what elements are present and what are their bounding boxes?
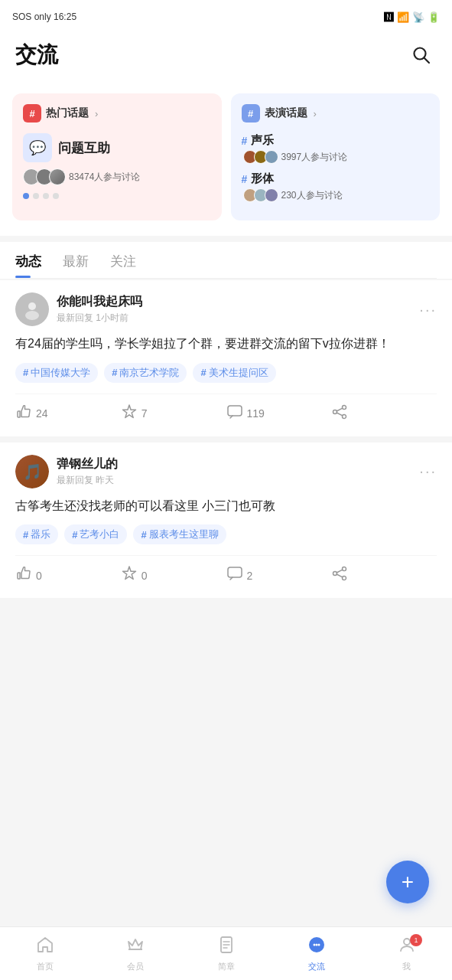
chat-svg	[307, 936, 326, 954]
hash-icon: #	[72, 529, 77, 541]
post-2-more-btn[interactable]: ···	[419, 462, 437, 480]
post-2-tag-3[interactable]: # 服表考生这里聊	[133, 524, 226, 544]
hot-count: 83474人参与讨论	[69, 171, 140, 184]
perf-topic-card[interactable]: # 表演话题 › # 声乐 3997人参与讨论	[231, 93, 441, 220]
page-header: 交流	[0, 31, 452, 81]
svg-point-7	[333, 410, 337, 413]
doc-icon	[217, 936, 236, 959]
perf-sa-3	[265, 150, 278, 164]
post-1-share-btn[interactable]	[331, 403, 437, 424]
post2-tag-2-label: 艺考小白	[80, 528, 119, 541]
post-2-header: 🎵 弹钢丝儿的 最新回复 昨天 ···	[15, 455, 437, 488]
post-card-2: 🎵 弹钢丝儿的 最新回复 昨天 ··· 古筝考生还没找老师的可以看这里 小三门也…	[0, 443, 452, 599]
nav-me[interactable]: 1 我	[362, 927, 452, 980]
perf-item-1[interactable]: # 声乐 3997人参与讨论	[242, 133, 430, 164]
post-2-username: 弹钢丝儿的	[57, 456, 118, 472]
page-title: 交流	[15, 41, 58, 70]
post-2-share-btn[interactable]	[331, 565, 437, 586]
tag-3-label: 美术生提问区	[209, 366, 268, 380]
like-icon	[15, 403, 32, 424]
tab-zuixin[interactable]: 最新	[63, 242, 89, 278]
hot-avatars-row: 83474人参与讨论	[23, 168, 211, 185]
chat-icon	[307, 936, 326, 959]
post-1-star-btn[interactable]: 7	[121, 403, 226, 424]
perf-item-2[interactable]: # 形体 230人参与讨论	[242, 172, 430, 202]
perf-item-1-name: # 声乐	[242, 133, 430, 148]
hash-icon: #	[23, 367, 28, 378]
star-icon-2	[121, 565, 138, 586]
crown-svg	[126, 936, 145, 954]
post-1-tag-3[interactable]: # 美术生提问区	[193, 363, 275, 383]
tab-dongtai-label: 动态	[15, 254, 41, 269]
chat-bubble-icon	[226, 403, 243, 420]
svg-point-3	[25, 311, 39, 320]
nfc-icon: 🅽	[384, 11, 394, 23]
post-1-star-count: 7	[141, 407, 148, 420]
status-right: 🅽 📶 📡 🔋	[384, 11, 440, 23]
post-2-star-count: 0	[141, 570, 148, 582]
topic-section: # 热门话题 › 💬 问题互助 83474人参与讨论	[0, 81, 452, 236]
svg-point-2	[28, 302, 36, 310]
dot-1	[23, 193, 29, 199]
nav-jiaoliu[interactable]: 交流	[272, 927, 362, 980]
nav-me-badge-wrapper: 1	[398, 936, 416, 959]
avatar-person-icon	[21, 299, 43, 320]
post-2-like-btn[interactable]: 0	[15, 565, 121, 586]
star-icon	[121, 403, 138, 424]
post-1-more-btn[interactable]: ···	[419, 301, 437, 318]
tab-dongtai[interactable]: 动态	[15, 242, 41, 278]
post-2-tag-2[interactable]: # 艺考小白	[64, 524, 127, 544]
perf-card-header: # 表演话题 ›	[242, 104, 430, 122]
post-2-avatar-img: 🎵	[15, 455, 49, 488]
post-1-meta: 最新回复 1小时前	[57, 312, 142, 325]
perf-count-2: 230人参与讨论	[281, 189, 343, 202]
post-1-tag-1[interactable]: # 中国传媒大学	[15, 363, 98, 383]
post-2-actions: 0 0 2	[15, 555, 437, 586]
fab-button[interactable]: +	[386, 861, 429, 903]
post-2-comment-btn[interactable]: 2	[226, 565, 332, 586]
hot-tag-icon: #	[23, 104, 41, 122]
hash-icon: #	[141, 529, 146, 541]
post-2-star-btn[interactable]: 0	[121, 565, 226, 586]
post-1-avatar	[15, 292, 49, 326]
post-2-user: 🎵 弹钢丝儿的 最新回复 昨天	[15, 455, 118, 488]
perf-hash: #	[248, 108, 253, 119]
post-1-like-count: 24	[36, 407, 48, 420]
share-icon-svg-2	[331, 565, 348, 582]
perf-sa-6	[265, 188, 278, 202]
hot-main-name: 问题互助	[58, 139, 110, 157]
perf-small-avatars-1	[243, 150, 278, 164]
tag-2-label: 南京艺术学院	[119, 366, 179, 380]
perf-small-avatars-2	[243, 188, 278, 202]
share-icon-svg	[331, 403, 348, 420]
svg-point-19	[317, 943, 320, 946]
svg-rect-4	[228, 406, 242, 416]
star-outline-icon	[121, 403, 138, 420]
tabs-section: 动态 最新 关注	[0, 242, 452, 279]
post-1-like-btn[interactable]: 24	[15, 403, 121, 424]
hot-avatars	[23, 168, 66, 185]
bottom-nav: 首页 会员 简章 交流	[0, 926, 452, 980]
hot-topic-card[interactable]: # 热门话题 › 💬 问题互助 83474人参与讨论	[12, 93, 222, 220]
dot-indicators	[23, 193, 211, 199]
perf-count-1: 3997人参与讨论	[281, 151, 348, 164]
crown-icon	[126, 936, 145, 959]
post-1-content: 有24届的学生吗，学长学姐拉了个群，要进群交流的留下v拉你进群！	[15, 334, 437, 354]
status-left: SOS only 16:25	[12, 11, 76, 22]
post-2-tag-1[interactable]: # 器乐	[15, 524, 58, 544]
post-1-tag-2[interactable]: # 南京艺术学院	[104, 363, 187, 383]
post-1-tags: # 中国传媒大学 # 南京艺术学院 # 美术生提问区	[15, 363, 437, 383]
post-2-like-count: 0	[36, 570, 42, 582]
post-2-meta: 最新回复 昨天	[57, 474, 118, 487]
nav-jianz-label: 简章	[218, 961, 235, 972]
hash-icon: #	[200, 367, 206, 378]
nav-jianz[interactable]: 简章	[180, 927, 271, 980]
post-2-comment-count: 2	[247, 570, 253, 582]
nav-home[interactable]: 首页	[0, 927, 90, 980]
nav-member[interactable]: 会员	[90, 927, 180, 980]
post-1-comment-btn[interactable]: 119	[226, 403, 332, 424]
tab-guanzhu[interactable]: 关注	[110, 242, 136, 278]
search-icon	[411, 45, 431, 65]
tab-guanzhu-label: 关注	[110, 254, 136, 269]
search-button[interactable]	[406, 40, 437, 70]
